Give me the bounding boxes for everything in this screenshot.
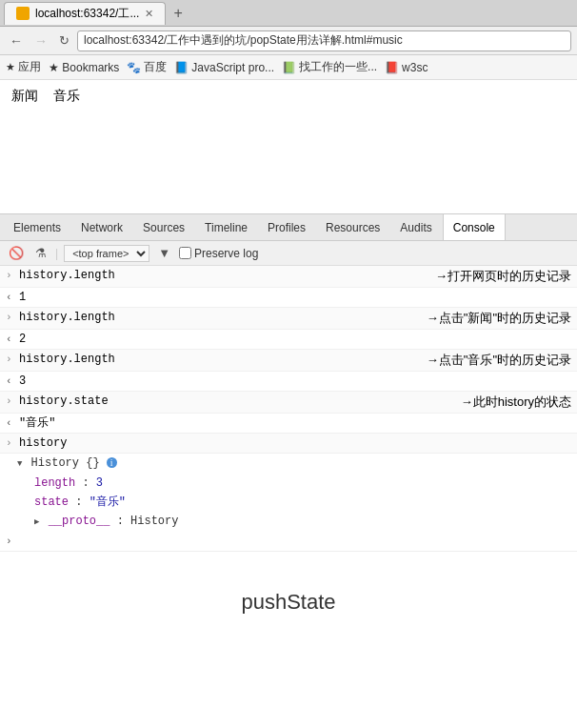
- tab-elements[interactable]: Elements: [4, 214, 71, 241]
- arrow-4: ‹: [6, 332, 15, 347]
- code-3: history.length: [19, 310, 419, 325]
- arrow-5: ›: [6, 352, 15, 367]
- arrow-7: ›: [6, 394, 15, 409]
- console-line-3: › history.length →点击"新闻"时的历史记录: [0, 308, 577, 330]
- history-length-line: length : 3: [0, 474, 577, 493]
- arrow-6: ‹: [6, 374, 15, 389]
- console-line-7: › history.state →此时history的状态: [0, 392, 577, 414]
- jobs-label: 找工作的一些...: [299, 59, 377, 75]
- arrow-8: ‹: [6, 415, 15, 431]
- code-9: history: [19, 435, 571, 451]
- frame-expand-button[interactable]: ▼: [155, 245, 173, 261]
- star-label: ★ Bookmarks: [49, 61, 119, 74]
- active-tab[interactable]: localhost:63342/工... ✕: [4, 2, 166, 25]
- colon-2: :: [75, 495, 89, 509]
- js-icon: 📘: [174, 61, 189, 74]
- arrow-1: ›: [6, 268, 15, 283]
- code-4: 2: [19, 332, 571, 347]
- console-line-8: ‹ "音乐": [0, 414, 577, 434]
- console-line-6: ‹ 3: [0, 372, 577, 392]
- tab-close-button[interactable]: ✕: [145, 8, 153, 20]
- frame-selector[interactable]: <top frame>: [64, 245, 149, 262]
- devtools: Elements Network Sources Timeline Profil…: [0, 213, 577, 551]
- console-line-9: › history: [0, 434, 577, 454]
- arrow-2: ‹: [6, 290, 15, 305]
- history-object-label: History {}: [31, 456, 107, 470]
- tab-audits[interactable]: Audits: [390, 214, 442, 241]
- apps-icon: ★: [6, 61, 15, 73]
- tab-sources[interactable]: Sources: [133, 214, 195, 241]
- console-output: › history.length →打开网页时的历史记录 ‹ 1 › histo…: [0, 266, 577, 551]
- tab-title: localhost:63342/工...: [35, 6, 139, 22]
- filter-button[interactable]: ⚗: [32, 245, 50, 261]
- reload-button[interactable]: ↻: [55, 31, 73, 50]
- console-line-2: ‹ 1: [0, 288, 577, 308]
- js-label: JavaScript pro...: [191, 61, 274, 74]
- code-7: history.state: [19, 394, 453, 409]
- annotation-1: →打开网页时的历史记录: [435, 268, 571, 285]
- address-bar[interactable]: [77, 30, 571, 51]
- code-1: history.length: [19, 268, 428, 283]
- bookmark-apps[interactable]: ★ 应用: [6, 59, 41, 75]
- length-val: 3: [96, 476, 103, 490]
- length-key: length: [34, 476, 75, 490]
- tab-resources[interactable]: Resources: [316, 214, 390, 241]
- history-proto-line: ▶ __proto__ : History: [0, 512, 577, 532]
- tab-console[interactable]: Console: [443, 213, 506, 240]
- history-badge: i: [107, 457, 117, 468]
- preserve-log-label[interactable]: Preserve log: [179, 247, 258, 260]
- proto-val: History: [130, 515, 178, 528]
- preserve-log-checkbox[interactable]: [179, 247, 191, 259]
- state-key: state: [34, 495, 69, 509]
- history-object-line: ▼ History {} i: [0, 454, 577, 474]
- jobs-icon: 📗: [282, 61, 296, 74]
- annotation-5: →点击"音乐"时的历史记录: [427, 352, 571, 369]
- w3-label: w3sc: [402, 61, 428, 74]
- colon-1: :: [82, 476, 95, 490]
- state-val: "音乐": [90, 495, 126, 509]
- preserve-log-text: Preserve log: [194, 247, 258, 260]
- code-2: 1: [19, 290, 571, 305]
- arrow-3: ›: [6, 310, 15, 325]
- arrow-9: ›: [6, 435, 15, 451]
- apps-label: 应用: [18, 59, 41, 75]
- nav-bar: ← → ↻: [0, 27, 577, 55]
- colon-3: :: [117, 515, 130, 528]
- baidu-icon: 🐾: [127, 61, 141, 74]
- toolbar-separator: |: [55, 247, 58, 260]
- back-button[interactable]: ←: [6, 31, 27, 51]
- bookmark-star[interactable]: ★ Bookmarks: [49, 61, 119, 74]
- annotation-3: →点击"新闻"时的历史记录: [427, 310, 571, 327]
- forward-button[interactable]: →: [30, 31, 51, 51]
- console-line-4: ‹ 2: [0, 330, 577, 350]
- code-6: 3: [19, 374, 571, 389]
- bookmark-w3[interactable]: 📕 w3sc: [385, 61, 428, 74]
- tab-favicon: [16, 7, 30, 20]
- bookmark-js[interactable]: 📘 JavaScript pro...: [174, 61, 274, 74]
- w3-icon: 📕: [385, 61, 399, 74]
- music-link[interactable]: 音乐: [53, 88, 80, 105]
- tab-profiles[interactable]: Profiles: [258, 214, 316, 241]
- tab-timeline[interactable]: Timeline: [195, 214, 258, 241]
- bookmark-jobs[interactable]: 📗 找工作的一些...: [282, 59, 377, 75]
- bottom-section: pushState: [0, 551, 577, 653]
- history-state-line: state : "音乐": [0, 493, 577, 512]
- proto-key: __proto__: [49, 515, 110, 528]
- console-line-5: › history.length →点击"音乐"时的历史记录: [0, 350, 577, 372]
- tab-network[interactable]: Network: [71, 214, 133, 241]
- clear-console-button[interactable]: 🚫: [6, 245, 27, 261]
- proto-expand-arrow[interactable]: ▶: [34, 517, 39, 527]
- tab-bar: localhost:63342/工... ✕ +: [0, 0, 577, 27]
- page-content: 新闻 音乐: [0, 80, 577, 213]
- cursor-arrow: ›: [6, 536, 12, 547]
- expand-arrow[interactable]: ▼: [17, 459, 22, 469]
- bookmark-baidu[interactable]: 🐾 百度: [127, 59, 167, 75]
- baidu-label: 百度: [144, 59, 167, 75]
- code-8: "音乐": [19, 415, 571, 431]
- new-tab-button[interactable]: +: [166, 1, 189, 26]
- console-line-1: › history.length →打开网页时的历史记录: [0, 266, 577, 288]
- console-cursor-line: ›: [0, 532, 577, 551]
- devtools-tabs: Elements Network Sources Timeline Profil…: [0, 214, 577, 241]
- news-link[interactable]: 新闻: [11, 88, 38, 105]
- bottom-title: pushState: [241, 590, 335, 614]
